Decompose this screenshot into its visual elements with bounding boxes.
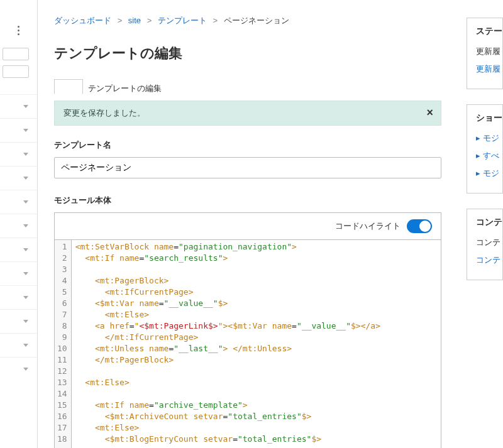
breadcrumb-link[interactable]: テンプレート xyxy=(158,16,207,25)
panel-item[interactable]: ▸モジ xyxy=(476,133,502,144)
panel-status: ステー 更新履 更新履 xyxy=(467,18,503,89)
breadcrumb-current: ページネーション xyxy=(224,16,289,25)
left-sidebar xyxy=(0,0,38,448)
flash-success: 変更を保存しました。 × xyxy=(54,101,441,126)
sidebar-dropdown[interactable] xyxy=(0,285,37,309)
close-icon[interactable]: × xyxy=(426,106,433,119)
sidebar-dropdown[interactable] xyxy=(0,333,37,357)
panel-shortcut: ショー ▸モジ ▸すべ ▸モジ xyxy=(467,104,503,194)
panel-item[interactable]: ▸モジ xyxy=(476,168,502,179)
page-title: テンプレートの編集 xyxy=(54,44,441,63)
panel-item[interactable]: 更新履 xyxy=(476,63,502,75)
code-highlight-toggle[interactable] xyxy=(407,219,432,233)
code-highlight-label: コードハイライト xyxy=(335,221,401,232)
arrow-right-icon: ▸ xyxy=(476,151,480,160)
sidebar-dropdown[interactable] xyxy=(0,357,37,381)
panel-item: コンテ xyxy=(476,237,502,248)
panel-item: 更新履 xyxy=(476,46,502,57)
panel-content: コンテ コンテ コンテ xyxy=(467,209,503,280)
chevron-right-icon: > xyxy=(118,16,123,25)
sidebar-box[interactable] xyxy=(3,65,29,78)
panel-title: ステー xyxy=(476,26,502,37)
sidebar-dropdown[interactable] xyxy=(0,118,37,142)
tab-row: テンプレートの編集 xyxy=(54,79,441,94)
template-name-label: テンプレート名 xyxy=(54,139,441,151)
code-area[interactable]: 123456789101112131415161718 <mt:SetVarBl… xyxy=(55,239,441,448)
code-content[interactable]: <mt:SetVarBlock name="pagination_navigat… xyxy=(72,240,441,448)
panel-item[interactable]: コンテ xyxy=(476,254,502,266)
breadcrumb-link[interactable]: ダッシュボード xyxy=(54,16,111,25)
panel-title: ショー xyxy=(476,112,502,124)
line-gutter: 123456789101112131415161718 xyxy=(55,240,72,448)
more-icon[interactable] xyxy=(9,18,29,43)
sidebar-dropdown[interactable] xyxy=(0,94,37,118)
sidebar-box[interactable] xyxy=(3,48,29,60)
flash-message: 変更を保存しました。 xyxy=(64,108,145,117)
sidebar-dropdown[interactable] xyxy=(0,309,37,333)
sidebar-dropdown[interactable] xyxy=(0,261,37,285)
sidebar-dropdown[interactable] xyxy=(0,214,37,238)
main-content: ダッシュボード > site > テンプレート > ページネーション テンプレー… xyxy=(54,15,441,448)
sidebar-dropdown[interactable] xyxy=(0,142,37,166)
module-body-label: モジュール本体 xyxy=(54,195,441,206)
tab-edit-label: テンプレートの編集 xyxy=(88,84,162,93)
breadcrumb: ダッシュボード > site > テンプレート > ページネーション xyxy=(54,15,441,26)
sidebar-dropdown[interactable] xyxy=(0,190,37,214)
sidebar-dropdown[interactable] xyxy=(0,238,37,261)
breadcrumb-link[interactable]: site xyxy=(128,16,141,25)
panel-item[interactable]: ▸すべ xyxy=(476,150,502,161)
code-editor: コードハイライト 123456789101112131415161718 <mt… xyxy=(54,212,441,448)
sidebar-dropdown[interactable] xyxy=(0,166,37,190)
template-name-input[interactable] xyxy=(54,157,441,178)
arrow-right-icon: ▸ xyxy=(476,168,480,178)
arrow-right-icon: ▸ xyxy=(476,133,480,143)
right-sidebar: ステー 更新履 更新履 ショー ▸モジ ▸すべ ▸モジ コンテ コンテ コンテ xyxy=(467,18,503,445)
chevron-right-icon: > xyxy=(147,16,152,25)
tab-edit[interactable] xyxy=(54,79,83,94)
chevron-right-icon: > xyxy=(213,16,218,25)
panel-title: コンテ xyxy=(476,217,502,228)
